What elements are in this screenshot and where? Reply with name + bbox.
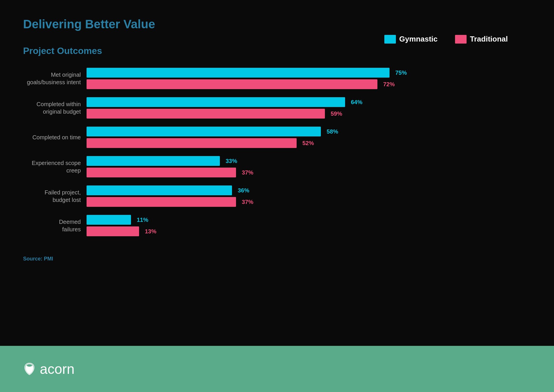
bar-label-2: Completed on time [23, 134, 87, 141]
traditional-label: Traditional [470, 35, 508, 44]
bar-group-5: Deemedfailures11%13% [23, 215, 531, 236]
traditional-swatch [455, 35, 467, 44]
header-area: Delivering Better Value Gymnastic Tradit… [23, 17, 531, 31]
gymnastic-value-4: 36% [238, 187, 249, 194]
svg-point-0 [27, 364, 32, 367]
gymnastic-label: Gymnastic [399, 35, 438, 44]
bar-group-0: Met originalgoals/business intent75%72% [23, 68, 531, 89]
traditional-bar-row-2: 52% [87, 138, 531, 148]
bars-container-4: 36%37% [87, 185, 531, 207]
gymnastic-swatch [384, 35, 396, 44]
bar-group-3: Experienced scopecreep33%37% [23, 156, 531, 177]
gymnastic-bar-2 [87, 127, 321, 136]
traditional-bar-row-5: 13% [87, 226, 531, 236]
traditional-bar-row-0: 72% [87, 79, 531, 89]
gymnastic-bar-3 [87, 156, 220, 166]
acorn-icon [23, 363, 36, 375]
gymnastic-bar-row-0: 75% [87, 68, 531, 78]
bar-group-4: Failed project,budget lost36%37% [23, 185, 531, 207]
bars-container-2: 58%52% [87, 127, 531, 148]
bar-label-5: Deemedfailures [23, 218, 87, 233]
traditional-bar-4 [87, 197, 236, 207]
traditional-value-0: 72% [383, 81, 395, 88]
traditional-value-2: 52% [302, 140, 314, 147]
bars-container-0: 75%72% [87, 68, 531, 89]
gymnastic-bar-row-2: 58% [87, 127, 531, 136]
traditional-bar-5 [87, 226, 139, 236]
section-title: Project Outcomes [23, 46, 531, 56]
gymnastic-bar-row-3: 33% [87, 156, 531, 166]
acorn-text: acorn [40, 361, 74, 377]
gymnastic-value-0: 75% [395, 70, 407, 76]
bars-container-3: 33%37% [87, 156, 531, 177]
legend-gymnastic: Gymnastic [384, 35, 438, 44]
bar-label-1: Completed withinoriginal budget [23, 100, 87, 115]
traditional-bar-row-3: 37% [87, 168, 531, 177]
bar-group-1: Completed withinoriginal budget64%59% [23, 97, 531, 119]
bar-label-0: Met originalgoals/business intent [23, 71, 87, 86]
bar-label-3: Experienced scopecreep [23, 159, 87, 174]
traditional-bar-0 [87, 79, 377, 89]
bars-container-1: 64%59% [87, 97, 531, 119]
gymnastic-value-1: 64% [351, 99, 362, 106]
gymnastic-bar-0 [87, 68, 390, 78]
legend-traditional: Traditional [455, 35, 508, 44]
gymnastic-bar-1 [87, 97, 345, 107]
traditional-value-3: 37% [242, 169, 253, 176]
chart-area: Met originalgoals/business intent75%72%C… [23, 68, 531, 244]
traditional-value-4: 37% [242, 199, 253, 205]
gymnastic-value-2: 58% [327, 128, 338, 135]
bars-container-5: 11%13% [87, 215, 531, 236]
gymnastic-bar-5 [87, 215, 131, 225]
traditional-value-5: 13% [145, 228, 156, 235]
traditional-bar-row-1: 59% [87, 109, 531, 119]
traditional-bar-3 [87, 168, 236, 177]
gymnastic-value-5: 11% [137, 217, 148, 223]
gymnastic-bar-row-4: 36% [87, 185, 531, 195]
gymnastic-value-3: 33% [226, 158, 237, 164]
legend: Gymnastic Traditional [384, 35, 508, 44]
gymnastic-bar-row-1: 64% [87, 97, 531, 107]
source-text: Source: PMI [23, 256, 531, 262]
acorn-logo: acorn [23, 361, 74, 377]
gymnastic-bar-row-5: 11% [87, 215, 531, 225]
traditional-value-1: 59% [331, 110, 342, 117]
footer: acorn [0, 346, 554, 392]
bar-label-4: Failed project,budget lost [23, 189, 87, 204]
gymnastic-bar-4 [87, 185, 232, 195]
traditional-bar-2 [87, 138, 297, 148]
traditional-bar-row-4: 37% [87, 197, 531, 207]
traditional-bar-1 [87, 109, 325, 119]
main-content: Delivering Better Value Gymnastic Tradit… [0, 0, 554, 346]
bar-group-2: Completed on time58%52% [23, 127, 531, 148]
chart-title: Delivering Better Value [23, 17, 531, 31]
